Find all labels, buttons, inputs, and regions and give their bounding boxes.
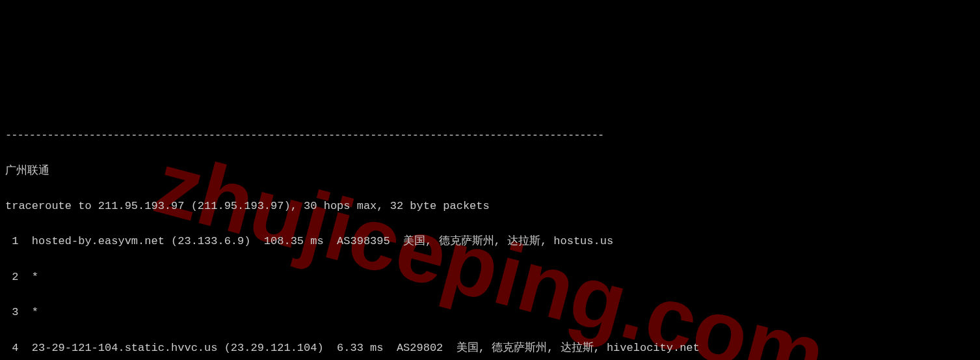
traceroute-header: traceroute to 211.95.193.97 (211.95.193.…: [5, 197, 975, 215]
hop-line: 1 hosted-by.easyvm.net (23.133.6.9) 108.…: [5, 232, 975, 250]
traceroute-title: 广州联通: [5, 162, 975, 180]
hop-line: 4 23-29-121-104.static.hvvc.us (23.29.12…: [5, 339, 975, 357]
divider-line: ----------------------------------------…: [5, 126, 975, 144]
hop-line: 2 *: [5, 268, 975, 286]
hop-line: 3 *: [5, 303, 975, 321]
terminal-output: ----------------------------------------…: [5, 109, 975, 360]
